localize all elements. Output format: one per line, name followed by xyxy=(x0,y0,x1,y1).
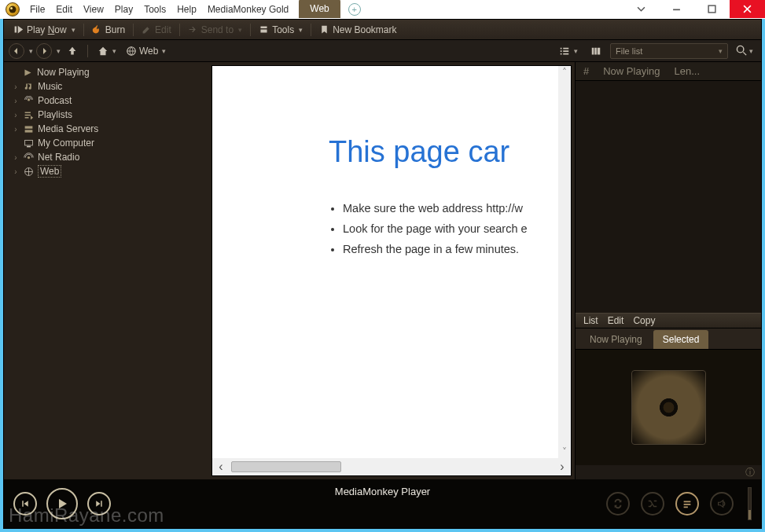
scroll-right-icon[interactable]: › xyxy=(554,460,571,474)
menu-file[interactable]: File xyxy=(24,1,50,18)
web-icon xyxy=(126,46,137,57)
expand-icon[interactable]: › xyxy=(12,125,20,134)
window-frame: Play Now▾ Burn Edit Send to▾ Tools▾ New … xyxy=(0,19,765,532)
menu-view[interactable]: View xyxy=(78,1,109,18)
workspace: Now Playing › Music › Podcast › Playlist… xyxy=(4,62,761,479)
app-icon xyxy=(6,2,20,17)
right-pane-tabs: Now Playing Selected xyxy=(576,328,761,349)
up-icon xyxy=(67,46,78,57)
disc-icon xyxy=(631,370,706,445)
tracklist-body[interactable] xyxy=(576,81,761,313)
menu-help[interactable]: Help xyxy=(171,1,202,18)
tree-label: Playlists xyxy=(38,109,72,120)
now-playing-icon xyxy=(23,68,33,78)
edit-icon xyxy=(142,24,152,35)
col-number[interactable]: # xyxy=(583,65,589,77)
expand-icon[interactable]: › xyxy=(12,111,20,119)
player-bar: MediaMonkey Player HamiRayane.com xyxy=(4,479,761,528)
crumb-web[interactable]: Web▾ xyxy=(123,44,169,58)
shuffle-icon xyxy=(647,498,658,509)
svg-rect-8 xyxy=(25,130,33,132)
web-icon xyxy=(24,167,34,177)
svg-point-6 xyxy=(28,98,30,101)
rp-menu-list[interactable]: List xyxy=(583,315,598,326)
expand-icon[interactable]: › xyxy=(12,167,20,176)
burn-button[interactable]: Burn xyxy=(87,23,130,37)
nav-forward-button[interactable] xyxy=(36,43,52,59)
tab-web[interactable]: Web xyxy=(299,0,340,18)
view-columns-button[interactable] xyxy=(587,44,605,58)
tree-item-podcast[interactable]: › Podcast xyxy=(4,94,208,108)
center-pane: This page car Make sure the web address … xyxy=(208,62,575,479)
search-button[interactable]: ▾ xyxy=(733,45,756,57)
play-now-button[interactable]: Play Now▾ xyxy=(9,23,80,37)
tree-item-playlists[interactable]: › Playlists xyxy=(4,108,208,122)
rp-menu-edit[interactable]: Edit xyxy=(608,315,624,326)
svg-rect-7 xyxy=(25,126,33,128)
tree-item-web[interactable]: › Web xyxy=(4,164,208,178)
scroll-thumb[interactable] xyxy=(231,461,341,472)
col-now-playing[interactable]: Now Playing xyxy=(603,65,660,77)
rp-menu-copy[interactable]: Copy xyxy=(633,315,655,326)
tools-button[interactable]: Tools▾ xyxy=(254,23,307,37)
vertical-scrollbar[interactable]: ˄ ˅ xyxy=(558,66,571,458)
expand-icon[interactable]: › xyxy=(12,153,20,162)
view-list-button[interactable]: ▾ xyxy=(555,44,582,58)
svg-rect-9 xyxy=(25,140,33,145)
scroll-left-icon[interactable]: ‹ xyxy=(212,460,230,474)
next-track-button[interactable] xyxy=(87,492,111,515)
menu-tools[interactable]: Tools xyxy=(138,1,171,18)
nav-up-button[interactable] xyxy=(64,44,81,58)
music-icon xyxy=(24,82,34,92)
horizontal-scrollbar[interactable]: ‹ › xyxy=(212,458,571,475)
svg-point-0 xyxy=(9,6,17,13)
new-bookmark-button[interactable]: New Bookmark xyxy=(314,23,401,37)
queue-button[interactable] xyxy=(675,492,699,515)
tab-now-playing[interactable]: Now Playing xyxy=(580,330,652,349)
volume-slider[interactable] xyxy=(748,487,752,520)
file-list-label: File list xyxy=(616,46,642,56)
tree-label: Net Radio xyxy=(38,152,79,163)
action-toolbar: Play Now▾ Burn Edit Send to▾ Tools▾ New … xyxy=(4,20,761,40)
menu-gold[interactable]: MediaMonkey Gold xyxy=(202,1,294,18)
mute-button[interactable] xyxy=(710,492,734,515)
maximize-button[interactable] xyxy=(694,0,730,18)
menu-play[interactable]: Play xyxy=(109,1,138,18)
player-extra-controls xyxy=(606,487,752,520)
speaker-icon xyxy=(716,498,727,509)
scroll-down-icon[interactable]: ˅ xyxy=(558,446,571,458)
close-button[interactable] xyxy=(730,0,765,18)
play-button[interactable] xyxy=(46,488,78,519)
tree-item-my-computer[interactable]: My Computer xyxy=(4,136,208,150)
tree-label: Now Playing xyxy=(37,67,90,78)
tree-item-music[interactable]: › Music xyxy=(4,79,208,94)
scroll-up-icon[interactable]: ˄ xyxy=(558,66,571,79)
flame-icon xyxy=(92,24,102,35)
expand-icon[interactable]: › xyxy=(12,97,20,105)
navigation-tree[interactable]: Now Playing › Music › Podcast › Playlist… xyxy=(4,62,208,479)
new-tab-button[interactable]: + xyxy=(348,3,361,16)
error-bullet: Refresh the page in a few minutes. xyxy=(343,243,571,255)
col-length[interactable]: Len... xyxy=(675,65,701,77)
dropdown-window-button[interactable] xyxy=(623,0,659,18)
bookmark-icon xyxy=(319,24,329,35)
tab-selected[interactable]: Selected xyxy=(653,330,709,349)
tools-icon xyxy=(259,24,269,35)
file-list-dropdown[interactable]: File list ▾ xyxy=(610,43,728,59)
minimize-button[interactable] xyxy=(659,0,694,18)
tree-item-media-servers[interactable]: › Media Servers xyxy=(4,122,208,136)
menu-edit[interactable]: Edit xyxy=(50,1,78,18)
info-button[interactable]: ⓘ xyxy=(576,465,761,479)
svg-rect-2 xyxy=(673,9,680,11)
shuffle-button[interactable] xyxy=(641,492,664,515)
nav-back-button[interactable] xyxy=(9,43,24,59)
repeat-button[interactable] xyxy=(606,492,630,515)
prev-track-button[interactable] xyxy=(13,492,37,515)
tree-item-net-radio[interactable]: › Net Radio xyxy=(4,150,208,164)
skip-back-icon xyxy=(20,499,30,508)
tree-label: Media Servers xyxy=(38,123,98,134)
nav-home-button[interactable]: ▾ xyxy=(94,44,120,58)
expand-icon[interactable]: › xyxy=(12,83,20,91)
tree-item-now-playing[interactable]: Now Playing xyxy=(4,65,208,79)
svg-point-10 xyxy=(28,156,30,158)
